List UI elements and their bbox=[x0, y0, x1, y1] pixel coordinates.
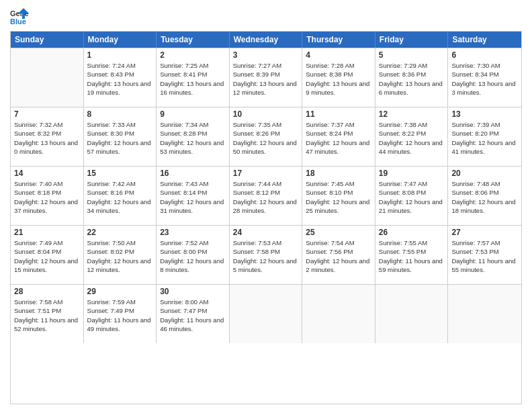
day-number: 28 bbox=[14, 287, 80, 296]
day-of-week-monday: Monday bbox=[84, 32, 157, 48]
day-number: 22 bbox=[87, 228, 153, 237]
cal-cell-29-4-1: 29Sunrise: 7:59 AMSunset: 7:49 PMDayligh… bbox=[84, 285, 157, 343]
cal-cell-26-3-5: 26Sunrise: 7:55 AMSunset: 7:55 PMDayligh… bbox=[375, 226, 449, 284]
day-number: 25 bbox=[306, 228, 371, 237]
day-info: Sunrise: 7:29 AMSunset: 8:36 PMDaylight:… bbox=[379, 61, 445, 97]
day-number: 20 bbox=[451, 169, 518, 178]
cal-cell-22-3-1: 22Sunrise: 7:50 AMSunset: 8:02 PMDayligh… bbox=[84, 226, 157, 284]
day-number: 2 bbox=[160, 50, 226, 60]
cal-cell-empty-0-0 bbox=[11, 48, 84, 107]
day-number: 12 bbox=[379, 109, 445, 119]
cal-cell-1-0-1: 1Sunrise: 7:24 AMSunset: 8:43 PMDaylight… bbox=[84, 48, 157, 107]
day-number: 26 bbox=[379, 228, 445, 237]
cal-cell-25-3-4: 25Sunrise: 7:54 AMSunset: 7:56 PMDayligh… bbox=[302, 226, 375, 284]
cal-cell-9-1-2: 9Sunrise: 7:34 AMSunset: 8:28 PMDaylight… bbox=[157, 107, 230, 166]
day-number: 14 bbox=[14, 169, 80, 178]
day-number: 30 bbox=[160, 287, 226, 296]
day-info: Sunrise: 7:47 AMSunset: 8:08 PMDaylight:… bbox=[379, 179, 445, 215]
day-number: 4 bbox=[306, 50, 371, 60]
week-row-4: 28Sunrise: 7:58 AMSunset: 7:51 PMDayligh… bbox=[11, 284, 521, 343]
day-number: 24 bbox=[233, 228, 299, 237]
day-number: 8 bbox=[87, 109, 153, 119]
week-row-1: 7Sunrise: 7:32 AMSunset: 8:32 PMDaylight… bbox=[11, 107, 521, 166]
cal-cell-8-1-1: 8Sunrise: 7:33 AMSunset: 8:30 PMDaylight… bbox=[84, 107, 157, 166]
day-info: Sunrise: 7:42 AMSunset: 8:16 PMDaylight:… bbox=[87, 179, 153, 215]
cal-cell-15-2-1: 15Sunrise: 7:42 AMSunset: 8:16 PMDayligh… bbox=[84, 167, 157, 225]
cal-cell-21-3-0: 21Sunrise: 7:49 AMSunset: 8:04 PMDayligh… bbox=[11, 226, 84, 284]
day-info: Sunrise: 7:38 AMSunset: 8:22 PMDaylight:… bbox=[379, 120, 445, 156]
day-number: 9 bbox=[160, 109, 226, 119]
cal-cell-18-2-4: 18Sunrise: 7:45 AMSunset: 8:10 PMDayligh… bbox=[302, 167, 375, 225]
day-number: 5 bbox=[379, 50, 445, 60]
day-info: Sunrise: 7:48 AMSunset: 8:06 PMDaylight:… bbox=[451, 179, 518, 215]
day-of-week-tuesday: Tuesday bbox=[157, 32, 230, 48]
day-number: 23 bbox=[160, 228, 226, 237]
day-info: Sunrise: 7:28 AMSunset: 8:38 PMDaylight:… bbox=[306, 61, 371, 97]
day-number: 18 bbox=[306, 169, 371, 178]
cal-cell-7-1-0: 7Sunrise: 7:32 AMSunset: 8:32 PMDaylight… bbox=[11, 107, 84, 166]
calendar-header: SundayMondayTuesdayWednesdayThursdayFrid… bbox=[11, 32, 521, 48]
day-number: 17 bbox=[233, 169, 299, 178]
day-number: 13 bbox=[451, 109, 518, 119]
day-info: Sunrise: 7:45 AMSunset: 8:10 PMDaylight:… bbox=[306, 179, 371, 215]
day-number: 29 bbox=[87, 287, 153, 296]
week-row-2: 14Sunrise: 7:40 AMSunset: 8:18 PMDayligh… bbox=[11, 166, 521, 225]
cal-cell-23-3-2: 23Sunrise: 7:52 AMSunset: 8:00 PMDayligh… bbox=[157, 226, 230, 284]
day-info: Sunrise: 7:25 AMSunset: 8:41 PMDaylight:… bbox=[160, 61, 226, 97]
cal-cell-20-2-6: 20Sunrise: 7:48 AMSunset: 8:06 PMDayligh… bbox=[448, 167, 521, 225]
day-number: 27 bbox=[451, 228, 518, 237]
header: General Blue bbox=[10, 7, 522, 26]
calendar: SundayMondayTuesdayWednesdayThursdayFrid… bbox=[10, 31, 522, 404]
day-number: 3 bbox=[233, 50, 299, 60]
logo-icon: General Blue bbox=[10, 7, 29, 26]
day-of-week-thursday: Thursday bbox=[302, 32, 375, 48]
cal-cell-2-0-2: 2Sunrise: 7:25 AMSunset: 8:41 PMDaylight… bbox=[157, 48, 230, 107]
day-number: 16 bbox=[160, 169, 226, 178]
day-info: Sunrise: 7:34 AMSunset: 8:28 PMDaylight:… bbox=[160, 120, 226, 156]
day-info: Sunrise: 7:53 AMSunset: 7:58 PMDaylight:… bbox=[233, 238, 299, 274]
day-info: Sunrise: 7:50 AMSunset: 8:02 PMDaylight:… bbox=[87, 238, 153, 274]
day-info: Sunrise: 7:59 AMSunset: 7:49 PMDaylight:… bbox=[87, 298, 153, 333]
week-row-0: 1Sunrise: 7:24 AMSunset: 8:43 PMDaylight… bbox=[11, 48, 521, 107]
cal-cell-empty-4-5 bbox=[375, 285, 449, 343]
cal-cell-5-0-5: 5Sunrise: 7:29 AMSunset: 8:36 PMDaylight… bbox=[375, 48, 449, 107]
day-number: 15 bbox=[87, 169, 153, 178]
day-info: Sunrise: 8:00 AMSunset: 7:47 PMDaylight:… bbox=[160, 298, 226, 333]
day-info: Sunrise: 7:24 AMSunset: 8:43 PMDaylight:… bbox=[87, 61, 153, 97]
cal-cell-empty-4-6 bbox=[448, 285, 521, 343]
cal-cell-13-1-6: 13Sunrise: 7:39 AMSunset: 8:20 PMDayligh… bbox=[448, 107, 521, 166]
logo: General Blue bbox=[10, 7, 30, 26]
day-of-week-sunday: Sunday bbox=[11, 32, 84, 48]
day-info: Sunrise: 7:27 AMSunset: 8:39 PMDaylight:… bbox=[233, 61, 299, 97]
day-number: 7 bbox=[14, 109, 80, 119]
day-number: 21 bbox=[14, 228, 80, 237]
day-info: Sunrise: 7:52 AMSunset: 8:00 PMDaylight:… bbox=[160, 238, 226, 274]
cal-cell-empty-4-3 bbox=[230, 285, 303, 343]
cal-cell-12-1-5: 12Sunrise: 7:38 AMSunset: 8:22 PMDayligh… bbox=[375, 107, 449, 166]
cal-cell-24-3-3: 24Sunrise: 7:53 AMSunset: 7:58 PMDayligh… bbox=[230, 226, 303, 284]
day-number: 11 bbox=[306, 109, 371, 119]
day-info: Sunrise: 7:37 AMSunset: 8:24 PMDaylight:… bbox=[306, 120, 371, 156]
cal-cell-3-0-3: 3Sunrise: 7:27 AMSunset: 8:39 PMDaylight… bbox=[230, 48, 303, 107]
page: General Blue SundayMondayTuesdayWednesda… bbox=[0, 0, 532, 411]
week-row-3: 21Sunrise: 7:49 AMSunset: 8:04 PMDayligh… bbox=[11, 225, 521, 284]
day-info: Sunrise: 7:49 AMSunset: 8:04 PMDaylight:… bbox=[14, 238, 80, 274]
day-number: 19 bbox=[379, 169, 445, 178]
day-number: 1 bbox=[87, 50, 153, 60]
day-info: Sunrise: 7:55 AMSunset: 7:55 PMDaylight:… bbox=[379, 238, 445, 274]
day-number: 10 bbox=[233, 109, 299, 119]
day-info: Sunrise: 7:32 AMSunset: 8:32 PMDaylight:… bbox=[14, 120, 80, 156]
calendar-body: 1Sunrise: 7:24 AMSunset: 8:43 PMDaylight… bbox=[11, 48, 521, 343]
day-info: Sunrise: 7:35 AMSunset: 8:26 PMDaylight:… bbox=[233, 120, 299, 156]
day-info: Sunrise: 7:44 AMSunset: 8:12 PMDaylight:… bbox=[233, 179, 299, 215]
day-info: Sunrise: 7:33 AMSunset: 8:30 PMDaylight:… bbox=[87, 120, 153, 156]
cal-cell-10-1-3: 10Sunrise: 7:35 AMSunset: 8:26 PMDayligh… bbox=[230, 107, 303, 166]
cal-cell-17-2-3: 17Sunrise: 7:44 AMSunset: 8:12 PMDayligh… bbox=[230, 167, 303, 225]
cal-cell-4-0-4: 4Sunrise: 7:28 AMSunset: 8:38 PMDaylight… bbox=[302, 48, 375, 107]
day-info: Sunrise: 7:58 AMSunset: 7:51 PMDaylight:… bbox=[14, 298, 80, 333]
cal-cell-6-0-6: 6Sunrise: 7:30 AMSunset: 8:34 PMDaylight… bbox=[448, 48, 521, 107]
cal-cell-16-2-2: 16Sunrise: 7:43 AMSunset: 8:14 PMDayligh… bbox=[157, 167, 230, 225]
cal-cell-28-4-0: 28Sunrise: 7:58 AMSunset: 7:51 PMDayligh… bbox=[11, 285, 84, 343]
day-info: Sunrise: 7:57 AMSunset: 7:53 PMDaylight:… bbox=[451, 238, 518, 274]
day-of-week-saturday: Saturday bbox=[448, 32, 521, 48]
